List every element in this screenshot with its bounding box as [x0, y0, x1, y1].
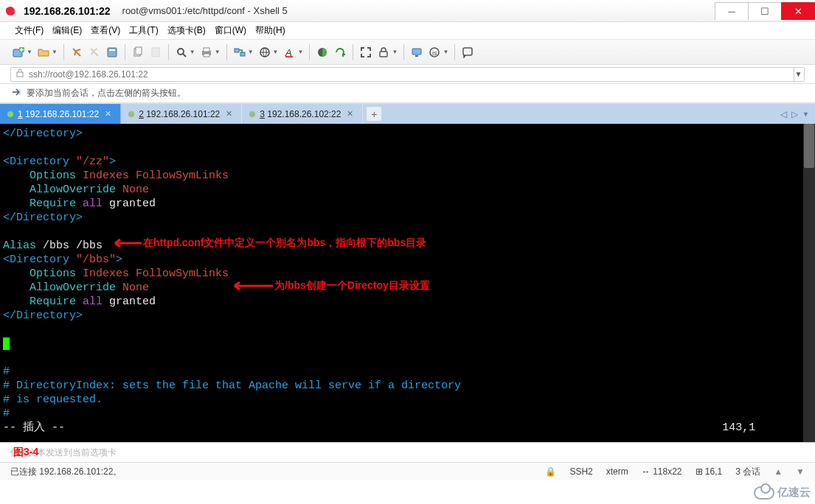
annotation-2: 为/bbs创建一个Directoy目录设置 [229, 279, 430, 293]
menu-file[interactable]: 文件(F) [12, 23, 46, 38]
properties-icon[interactable] [104, 44, 120, 60]
scroll-thumb[interactable] [804, 124, 814, 168]
app-icon [4, 5, 16, 17]
tab-close-icon[interactable]: ✕ [345, 109, 355, 119]
hint-bar: 要添加当前会话，点击左侧的箭头按钮。 [0, 84, 815, 103]
svg-rect-19 [412, 49, 421, 55]
search-icon[interactable] [173, 44, 190, 60]
fullscreen-icon[interactable] [358, 44, 374, 60]
svg-rect-23 [463, 48, 472, 55]
dropdown-icon[interactable]: ▼ [27, 49, 32, 55]
tab-close-icon[interactable]: ✕ [224, 109, 234, 119]
address-text: ssh://root@192.168.26.101:22 [29, 69, 148, 80]
terminal[interactable]: </Directory> <Directory "/zz"> Options I… [0, 124, 815, 442]
open-session-icon[interactable] [35, 44, 52, 60]
svg-point-9 [178, 49, 184, 55]
script-icon[interactable]: js [426, 44, 443, 60]
status-ssh: SSH2 [569, 466, 592, 477]
menu-tabs[interactable]: 选项卡(B) [164, 23, 209, 38]
copy-icon[interactable] [130, 44, 146, 60]
dropdown-icon[interactable]: ▼ [392, 49, 398, 55]
address-dropdown[interactable]: ▼ [793, 67, 805, 82]
status-cursor: ⊞ 16,1 [696, 466, 723, 477]
tabs-row: 1 192.168.26.101:22 ✕ 2 192.168.26.101:2… [0, 103, 815, 124]
tab-menu-icon[interactable]: ▼ [802, 111, 809, 118]
status-dot-icon [249, 111, 255, 117]
menu-tools[interactable]: 工具(T) [126, 23, 161, 38]
globe-icon[interactable] [257, 44, 273, 60]
status-down-icon[interactable]: ▼ [796, 466, 805, 477]
status-dot-icon [128, 111, 134, 117]
dropdown-icon[interactable]: ▼ [215, 49, 221, 55]
screen-icon[interactable] [409, 44, 425, 60]
title-path: root@vms001:/etc/httpd/conf - Xshell 5 [122, 5, 288, 16]
svg-rect-20 [415, 55, 418, 57]
window-controls: ─ ☐ ✕ [715, 2, 815, 20]
menu-bar: 文件(F) 编辑(E) 查看(V) 工具(T) 选项卡(B) 窗口(W) 帮助(… [0, 22, 815, 40]
tab-prev-icon[interactable]: ◁ [780, 109, 787, 119]
figure-label: 图3-4 [13, 446, 38, 459]
lock-icon[interactable] [375, 44, 392, 60]
dropdown-icon[interactable]: ▼ [298, 49, 304, 55]
close-button[interactable]: ✕ [781, 2, 815, 20]
minimize-button[interactable]: ─ [715, 2, 749, 20]
dropdown-icon[interactable]: ▼ [443, 49, 448, 55]
cursor [3, 337, 10, 350]
paste-icon[interactable] [148, 44, 164, 60]
svg-rect-4 [108, 48, 117, 57]
status-size: ↔ 118x22 [642, 466, 682, 477]
session-tab-2[interactable]: 2 192.168.26.101:22 ✕ [121, 104, 242, 124]
dropdown-icon[interactable]: ▼ [248, 49, 254, 55]
status-ssh-icon: 🔒 [545, 466, 556, 477]
title-host: 192.168.26.101:22 [21, 2, 118, 20]
svg-rect-13 [235, 49, 239, 52]
scrollbar[interactable] [803, 124, 815, 442]
address-input[interactable]: ssh://root@192.168.26.101:22 [10, 67, 794, 82]
maximize-button[interactable]: ☐ [748, 2, 782, 20]
svg-rect-7 [136, 47, 142, 55]
annotation-1: 在httpd.conf文件中定义一个别名为bbs，指向根下的bbs目录 [109, 236, 426, 250]
session-tab-3[interactable]: 3 192.168.26.102:22 ✕ [242, 104, 363, 124]
status-up-icon[interactable]: ▲ [774, 466, 783, 477]
svg-rect-5 [109, 49, 115, 51]
dropdown-icon[interactable]: ▼ [273, 49, 279, 55]
cloud-icon [754, 486, 774, 500]
status-dot-icon [7, 111, 13, 117]
svg-rect-14 [240, 52, 245, 56]
command-input-row[interactable]: 仅将文本发送到当前选项卡 图3-4 [0, 442, 815, 463]
tab-close-icon[interactable]: ✕ [103, 109, 113, 119]
menu-edit[interactable]: 编辑(E) [49, 23, 85, 38]
add-tab-button[interactable]: + [366, 106, 382, 122]
session-tab-1[interactable]: 1 192.168.26.101:22 ✕ [0, 104, 121, 124]
lock-small-icon [15, 69, 24, 80]
reconnect-icon[interactable] [69, 44, 85, 60]
status-bar: 已连接 192.168.26.101:22。 🔒 SSH2 xterm ↔ 11… [0, 463, 815, 480]
disconnect-icon[interactable] [86, 44, 103, 60]
svg-rect-24 [17, 72, 23, 77]
watermark: 亿速云 [754, 486, 811, 500]
menu-help[interactable]: 帮助(H) [252, 23, 288, 38]
menu-window[interactable]: 窗口(W) [212, 23, 249, 38]
refresh-icon[interactable] [332, 44, 348, 60]
svg-text:js: js [431, 49, 437, 57]
address-bar: ssh://root@192.168.26.101:22 ▼ [0, 65, 815, 84]
color-scheme-icon[interactable] [314, 44, 330, 60]
toolbar: ▼ ▼ ▼ ▼ ▼ ▼ A ▼ ▼ js ▼ [0, 40, 815, 65]
svg-rect-18 [380, 52, 387, 57]
font-icon[interactable]: A [282, 44, 298, 60]
menu-view[interactable]: 查看(V) [88, 23, 123, 38]
tab-next-icon[interactable]: ▷ [791, 109, 798, 119]
help-icon[interactable] [459, 44, 476, 60]
status-connection: 已连接 192.168.26.101:22。 [10, 466, 122, 478]
new-session-icon[interactable] [10, 44, 27, 60]
arrow-add-icon[interactable] [10, 86, 22, 100]
dropdown-icon[interactable]: ▼ [190, 49, 195, 55]
svg-rect-8 [152, 48, 159, 57]
print-icon[interactable] [198, 44, 215, 60]
tab-nav: ◁ ▷ ▼ [774, 104, 815, 124]
dropdown-icon[interactable]: ▼ [52, 49, 58, 55]
svg-rect-11 [204, 48, 209, 52]
status-sessions: 3 会话 [735, 466, 760, 478]
status-term: xterm [606, 466, 628, 477]
transfer-icon[interactable] [232, 44, 248, 60]
